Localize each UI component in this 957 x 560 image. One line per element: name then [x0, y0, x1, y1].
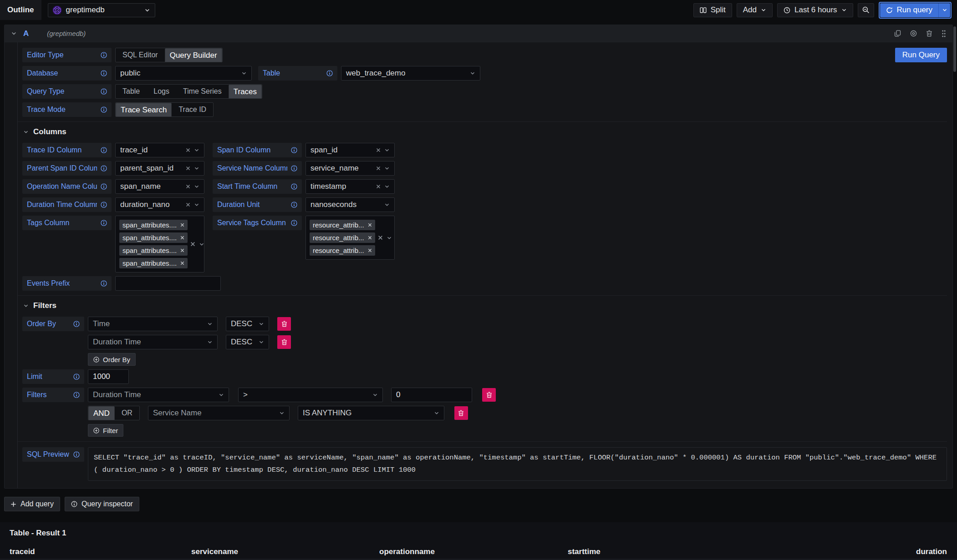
order-by-field-select[interactable]: Time	[88, 317, 218, 331]
chevron-down-icon	[372, 392, 378, 398]
chevron-down-icon	[207, 339, 213, 345]
chevron-down-icon	[219, 392, 224, 398]
clock-icon	[784, 7, 790, 14]
info-icon	[291, 147, 297, 153]
parent-span-id-column-select[interactable]: parent_span_id	[115, 161, 204, 176]
remove-chip-icon[interactable]	[368, 248, 372, 252]
trace-id-column-select[interactable]: trace_id	[115, 143, 204, 157]
clear-icon[interactable]	[376, 148, 381, 152]
operation-name-column-select[interactable]: span_name	[115, 179, 204, 194]
filter-operator-select[interactable]: IS ANYTHING	[298, 406, 444, 420]
tags-column-multiselect[interactable]: span_attributes.... span_attributes.... …	[115, 216, 204, 272]
start-time-column-select[interactable]: timestamp	[305, 179, 395, 194]
add-button[interactable]: Add	[737, 3, 773, 17]
add-filter-button[interactable]: Filter	[88, 424, 123, 437]
clear-all-icon[interactable]	[378, 235, 383, 240]
duration-unit-select[interactable]: nanoseconds	[305, 197, 395, 212]
query-datasource-hint: (greptimedb)	[47, 30, 86, 37]
header-starttime[interactable]: starttime	[568, 547, 753, 556]
remove-chip-icon[interactable]	[368, 236, 372, 240]
database-select[interactable]: public	[115, 66, 252, 81]
datasource-picker[interactable]: greptimedb	[48, 3, 155, 17]
clear-icon[interactable]	[376, 166, 381, 171]
service-tags-column-multiselect[interactable]: resource_attrib... resource_attrib... re…	[305, 216, 395, 260]
add-order-by-button[interactable]: Order By	[88, 353, 136, 366]
filter-operator-select[interactable]: >	[238, 388, 383, 402]
editor-type-option-builder[interactable]: Query Builder	[165, 48, 222, 62]
duration-time-column-select[interactable]: duration_nano	[115, 197, 204, 212]
service-name-column-select[interactable]: service_name	[305, 161, 395, 176]
time-range-picker[interactable]: Last 6 hours	[777, 3, 853, 17]
remove-chip-icon[interactable]	[368, 223, 372, 227]
events-prefix-input[interactable]	[115, 276, 221, 291]
or-option[interactable]: OR	[115, 406, 139, 420]
remove-chip-icon[interactable]	[180, 236, 184, 240]
remove-filter-button[interactable]	[454, 406, 468, 420]
header-duration[interactable]: duration	[753, 547, 957, 556]
remove-order-by-button[interactable]	[277, 335, 291, 349]
filters-section-header[interactable]: Filters	[23, 301, 947, 310]
duplicate-query-icon[interactable]	[894, 30, 901, 37]
chevron-down-icon	[144, 7, 150, 13]
table-select[interactable]: web_trace_demo	[341, 66, 480, 81]
chevron-down-icon	[259, 339, 264, 345]
header-operationname[interactable]: operationname	[379, 547, 568, 556]
clear-icon[interactable]	[186, 166, 190, 171]
remove-filter-button[interactable]	[482, 388, 496, 402]
header-servicename[interactable]: servicename	[191, 547, 379, 556]
query-inspector-button[interactable]: Query inspector	[65, 497, 139, 511]
hide-response-icon[interactable]	[910, 30, 917, 37]
order-by-direction-select[interactable]: DESC	[226, 335, 269, 349]
outline-button[interactable]: Outline	[0, 0, 41, 20]
chevron-down-icon	[241, 71, 247, 76]
limit-input[interactable]: 1000	[88, 369, 129, 384]
clear-icon[interactable]	[186, 202, 190, 207]
service-tags-column-label: Service Tags Column	[213, 216, 302, 230]
delete-query-icon[interactable]	[926, 30, 932, 37]
filter-field-select[interactable]: Duration Time	[88, 388, 229, 402]
filter-field-select[interactable]: Service Name	[148, 406, 290, 420]
span-id-column-select[interactable]: span_id	[305, 143, 395, 157]
header-traceid[interactable]: traceid	[0, 547, 191, 556]
run-query-inline-button[interactable]: Run Query	[895, 48, 947, 62]
editor-type-option-sql[interactable]: SQL Editor	[116, 48, 165, 62]
chevron-down-icon	[761, 7, 766, 13]
run-query-button[interactable]: Run query	[880, 3, 938, 17]
columns-section-header[interactable]: Columns	[23, 127, 947, 136]
query-row-header[interactable]: A (greptimedb)	[5, 25, 952, 42]
clear-icon[interactable]	[376, 184, 381, 189]
scrollbar-thumb[interactable]	[953, 26, 956, 72]
add-order-by-row: Order By	[88, 353, 947, 366]
remove-chip-icon[interactable]	[180, 223, 184, 227]
order-by-field-select[interactable]: Duration Time	[88, 335, 218, 349]
query-type-option-traces[interactable]: Traces	[229, 85, 262, 99]
and-option[interactable]: AND	[88, 406, 115, 420]
info-icon	[73, 392, 80, 398]
clear-icon[interactable]	[186, 184, 190, 189]
add-query-button[interactable]: Add query	[4, 497, 60, 511]
run-query-label: Run query	[897, 5, 932, 15]
remove-order-by-button[interactable]	[277, 317, 291, 331]
query-type-option-table[interactable]: Table	[116, 85, 147, 98]
order-by-direction-select[interactable]: DESC	[226, 317, 269, 331]
zoom-out-button[interactable]	[858, 3, 874, 17]
clear-icon[interactable]	[186, 148, 190, 152]
query-editor-panel: A (greptimedb) Editor Type SQL	[4, 25, 953, 489]
run-query-options-caret[interactable]	[938, 3, 950, 17]
remove-chip-icon[interactable]	[180, 248, 184, 252]
order-by-row-2: Duration Time DESC	[88, 335, 947, 349]
query-type-option-logs[interactable]: Logs	[147, 85, 176, 98]
parent-span-row: Parent Span ID Column parent_span_id Ser…	[22, 161, 947, 176]
filter-value-input[interactable]: 0	[391, 388, 472, 402]
remove-chip-icon[interactable]	[180, 261, 184, 265]
collapse-chevron-icon[interactable]	[11, 30, 17, 36]
trace-mode-option-search[interactable]: Trace Search	[116, 103, 172, 117]
chevron-down-icon	[434, 410, 439, 416]
clear-all-icon[interactable]	[190, 242, 195, 247]
duration-unit-label: Duration Unit	[213, 197, 302, 212]
query-type-option-time-series[interactable]: Time Series	[176, 85, 229, 98]
drag-handle-icon[interactable]	[942, 30, 946, 37]
query-ref-id: A	[23, 29, 29, 38]
trace-mode-option-trace-id[interactable]: Trace ID	[172, 103, 213, 116]
split-button[interactable]: Split	[693, 3, 732, 17]
